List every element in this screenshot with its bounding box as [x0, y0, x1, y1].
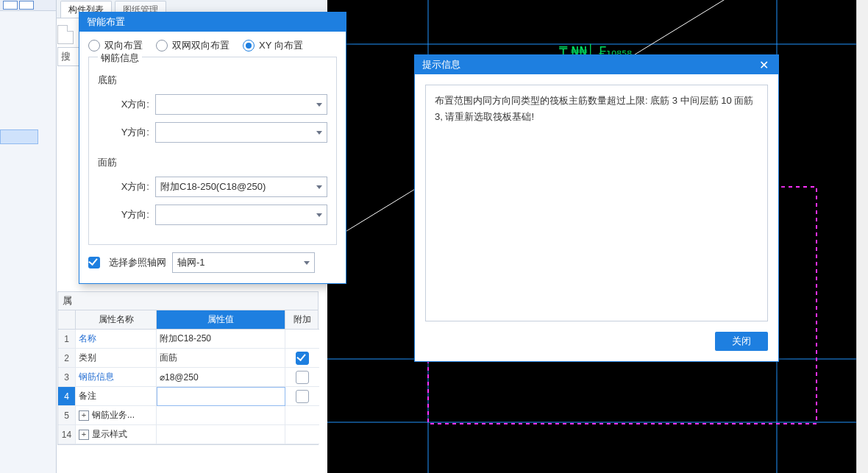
tool-icon[interactable] [3, 1, 18, 10]
property-panel-header: 属 [57, 291, 319, 310]
expand-icon[interactable]: + [79, 430, 89, 440]
dialog-title[interactable]: 智能布置 [79, 13, 346, 32]
table-row: 4 备注 [58, 387, 318, 406]
bottom-y-dropdown[interactable] [155, 122, 327, 143]
col-name: 属性名称 [76, 310, 157, 330]
table-row: 1 名称 附加C18-250 [58, 330, 318, 349]
axis-dropdown[interactable]: 轴网-1 [172, 252, 315, 273]
smart-layout-dialog: 智能布置 双向布置 双网双向布置 XY 向布置 钢筋信息 底筋 X方向: Y方向… [79, 12, 346, 284]
top-y-dropdown[interactable] [155, 205, 327, 225]
checkbox-axis[interactable] [88, 257, 100, 268]
col-extra: 附加 [285, 310, 319, 330]
table-row: 14 +显示样式 [58, 425, 318, 444]
table-row: 2 类别 面筋 [58, 349, 318, 368]
fieldset-legend: 钢筋信息 [98, 51, 142, 65]
checkbox-icon[interactable] [296, 352, 309, 365]
chevron-down-icon [316, 131, 322, 135]
chevron-down-icon [304, 261, 310, 265]
chevron-down-icon [316, 213, 322, 217]
axis-label: 选择参照轴网 [109, 256, 166, 269]
checkbox-icon[interactable] [296, 371, 309, 384]
close-button[interactable]: 关闭 [715, 332, 768, 351]
chevron-down-icon [316, 185, 322, 189]
chevron-down-icon [316, 103, 322, 107]
tool-icon[interactable] [19, 1, 34, 10]
message-box: 布置范围内同方向同类型的筏板主筋数量超过上限: 底筋 3 中间层筋 10 面筋 … [425, 85, 768, 321]
info-dialog: 提示信息 ✕ 布置范围内同方向同类型的筏板主筋数量超过上限: 底筋 3 中间层筋… [414, 54, 779, 362]
table-row: 3 钢筋信息 ⌀18@250 [58, 368, 318, 387]
new-file-icon[interactable] [57, 25, 74, 44]
bottom-x-dropdown[interactable] [155, 94, 327, 115]
table-row: 5 +钢筋业务... [58, 406, 318, 425]
expand-icon[interactable]: + [79, 410, 89, 421]
radio-xy[interactable]: XY 向布置 [243, 39, 303, 52]
top-rebar-label: 面筋 [98, 156, 327, 169]
highlight-selection [0, 129, 38, 144]
property-grid[interactable]: 属性名称 属性值 附加 1 名称 附加C18-250 2 类别 面筋 [57, 310, 319, 445]
bottom-rebar-label: 底筋 [98, 74, 327, 87]
radio-mesh-bidirectional[interactable]: 双网双向布置 [156, 39, 230, 52]
left-vertical-toolbar [0, 0, 57, 473]
radio-bidirectional[interactable]: 双向布置 [88, 39, 143, 52]
close-icon[interactable]: ✕ [756, 57, 771, 72]
col-value: 属性值 [157, 310, 285, 330]
checkbox-icon[interactable] [296, 390, 309, 403]
top-x-dropdown[interactable]: 附加C18-250(C18@250) [155, 177, 327, 197]
vertical-scrollbar[interactable] [856, 0, 868, 473]
dialog-title[interactable]: 提示信息 ✕ [415, 55, 778, 74]
